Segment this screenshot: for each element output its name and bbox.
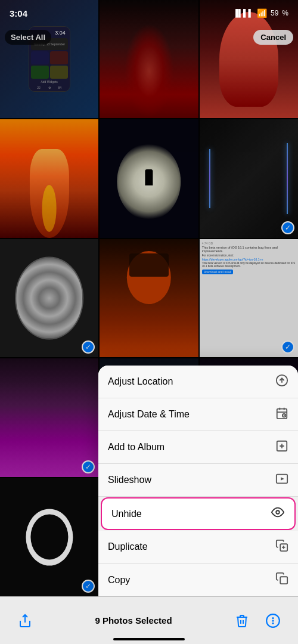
menu-item-add-to-album[interactable]: Add to Album (98, 431, 298, 464)
add-to-album-icon (275, 439, 288, 456)
status-bar: 3:04 ▐▌▌▌ 📶 59 % (0, 0, 298, 26)
menu-item-adjust-location[interactable]: Adjust Location (98, 366, 298, 398)
more-button[interactable] (260, 608, 286, 634)
adjust-location-icon (275, 374, 288, 390)
duplicate-icon (275, 539, 288, 555)
adjust-location-label: Adjust Location (108, 376, 173, 387)
menu-item-copy[interactable]: Copy (98, 564, 298, 596)
bottom-toolbar: 9 Photos Selected (0, 596, 298, 644)
toolbar-right-group (229, 608, 286, 634)
status-time: 3:04 (10, 8, 27, 18)
photos-selected-count: 9 Photos Selected (95, 615, 172, 626)
svg-point-12 (276, 510, 280, 514)
signal-icon: ▐▌▌▌ (233, 9, 253, 17)
menu-item-adjust-date-time[interactable]: Adjust Date & Time (98, 398, 298, 431)
home-indicator (113, 638, 185, 640)
trash-button[interactable] (229, 608, 255, 634)
context-menu: Adjust Location Adjust Date & Time (98, 366, 298, 596)
slideshow-icon (275, 472, 288, 488)
status-icons: ▐▌▌▌ 📶 59 % (233, 8, 288, 18)
svg-rect-16 (280, 577, 287, 584)
add-to-album-label: Add to Album (108, 442, 164, 453)
unhide-icon (271, 506, 285, 522)
slideshow-label: Slideshow (108, 475, 151, 485)
battery-icon: % (282, 9, 288, 17)
adjust-date-time-icon (275, 407, 288, 423)
share-button[interactable] (12, 608, 38, 634)
menu-item-slideshow[interactable]: Slideshow (98, 464, 298, 497)
copy-label: Copy (108, 575, 130, 586)
duplicate-label: Duplicate (108, 541, 148, 552)
adjust-date-time-label: Adjust Date & Time (108, 409, 190, 420)
menu-item-duplicate[interactable]: Duplicate (98, 531, 298, 564)
battery-level: 59 (271, 9, 278, 17)
wifi-icon: 📶 (257, 8, 267, 18)
context-menu-overlay[interactable]: Adjust Location Adjust Date & Time (0, 0, 298, 596)
menu-item-unhide[interactable]: Unhide (101, 497, 296, 530)
unhide-label: Unhide (111, 509, 142, 519)
copy-icon (275, 572, 288, 588)
svg-marker-11 (281, 477, 284, 481)
